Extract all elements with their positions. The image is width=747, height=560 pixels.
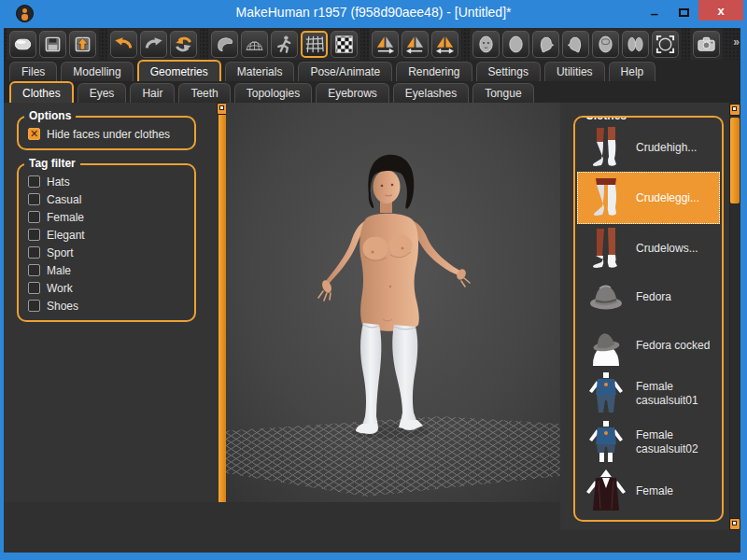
background-checker-button[interactable] xyxy=(331,31,358,58)
checkbox-shoes[interactable] xyxy=(28,300,40,312)
main-tab-bar: FilesModellingGeometriesMaterialsPose/An… xyxy=(4,60,740,81)
symmetry-left-button[interactable] xyxy=(402,31,429,58)
wireframe-icon xyxy=(244,34,265,55)
clothes-item-fedora-cocked[interactable]: Fedora cocked xyxy=(577,321,720,370)
subtab-hair[interactable]: Hair xyxy=(130,83,175,103)
undo-icon xyxy=(113,34,134,55)
smooth-shading-button[interactable] xyxy=(211,31,238,58)
clothes-item-label: Female casualsuit01 xyxy=(632,380,717,408)
maximize-button[interactable] xyxy=(671,0,696,21)
checkbox-row-sport[interactable]: Sport xyxy=(28,244,189,261)
subtab-teeth[interactable]: Teeth xyxy=(178,83,230,103)
symmetry-right-button[interactable] xyxy=(372,31,399,58)
checkbox-row-elegant[interactable]: Elegant xyxy=(28,226,189,244)
tab-settings[interactable]: Settings xyxy=(476,62,541,81)
symmetry-both-button[interactable] xyxy=(431,31,458,58)
checkbox-elegant[interactable] xyxy=(28,229,40,241)
tab-modelling[interactable]: Modelling xyxy=(61,62,133,81)
checkbox-sport[interactable] xyxy=(28,246,40,259)
tab-geometries[interactable]: Geometries xyxy=(137,60,221,81)
checkbox-hats[interactable] xyxy=(28,175,40,188)
view-split-button[interactable] xyxy=(622,31,649,58)
checkbox-row-male[interactable]: Male xyxy=(28,261,189,279)
checkbox-row-female[interactable]: Female xyxy=(28,208,189,226)
title-bar[interactable]: MakeHuman r1957 (f958d90aee48) - [Untitl… xyxy=(0,0,747,28)
maximize-icon xyxy=(679,8,689,17)
smooth-shading-icon xyxy=(214,34,235,55)
tab-pose-animate[interactable]: Pose/Animate xyxy=(298,62,392,81)
pose-button[interactable] xyxy=(271,31,298,58)
clothes-item-crudehigh-[interactable]: Crudehigh... xyxy=(577,123,720,172)
tab-rendering[interactable]: Rendering xyxy=(396,62,472,81)
subtab-eyebrows[interactable]: Eyebrows xyxy=(316,83,389,103)
view-front-button[interactable] xyxy=(472,31,500,58)
clothes-item-female-casualsuit01[interactable]: Female casualsuit01 xyxy=(577,370,720,418)
grid-button[interactable] xyxy=(301,31,328,58)
subtab-eyelashes[interactable]: Eyelashes xyxy=(393,83,469,103)
window-body: » FilesModellingGeometriesMaterialsPose/… xyxy=(4,28,740,553)
clothes-item-crudeleggi-[interactable]: Crudeleggi... xyxy=(577,172,720,224)
checkbox-label-work: Work xyxy=(47,282,73,295)
view-fit-button[interactable] xyxy=(652,31,679,58)
options-groupbox: Options ✕Hide faces under clothes xyxy=(17,116,196,150)
scrollbar-bottom-button[interactable] xyxy=(729,518,740,530)
subtab-tongue[interactable]: Tongue xyxy=(472,83,533,103)
toolbar-overflow-chevron[interactable]: » xyxy=(733,35,738,49)
clothes-thumb-fedora-cocked-icon xyxy=(580,323,632,368)
clothes-item-label: Crudeleggi... xyxy=(632,191,699,205)
scrollbar-thumb[interactable] xyxy=(730,118,740,203)
clothes-thumb-low-socks-icon xyxy=(580,226,632,271)
checkbox-hide-faces-under-clothes[interactable]: ✕ xyxy=(28,128,40,140)
close-button[interactable]: x xyxy=(698,0,743,21)
checkbox-male[interactable] xyxy=(28,264,40,276)
camera-grab-button[interactable] xyxy=(693,31,720,58)
pose-icon xyxy=(274,34,295,55)
undo-button[interactable] xyxy=(110,31,137,58)
clothes-item-label: Crudehigh... xyxy=(632,141,697,155)
left-panel-splitter[interactable] xyxy=(218,115,226,502)
view-front-icon xyxy=(475,34,497,55)
toolbar-separator xyxy=(200,28,208,60)
clothes-item-female-casualsuit02[interactable]: Female casualsuit02 xyxy=(577,418,720,467)
subtab-eyes[interactable]: Eyes xyxy=(78,83,127,103)
subtab-topologies[interactable]: Topologies xyxy=(234,83,312,103)
left-settings-panel: Options ✕Hide faces under clothes Tag fi… xyxy=(4,103,218,502)
clothes-item-fedora[interactable]: Fedora xyxy=(577,273,720,321)
checkbox-female[interactable] xyxy=(28,211,40,223)
new-button[interactable] xyxy=(9,31,36,58)
checkbox-row-casual[interactable]: Casual xyxy=(28,190,189,208)
minimize-button[interactable]: – xyxy=(642,0,667,21)
subtab-clothes[interactable]: Clothes xyxy=(9,81,74,103)
clothes-thumb-casualsuit02-icon xyxy=(580,420,632,465)
checkbox-casual[interactable] xyxy=(28,193,40,205)
reset-button[interactable] xyxy=(170,31,197,58)
redo-button[interactable] xyxy=(140,31,167,58)
tab-help[interactable]: Help xyxy=(609,62,656,81)
load-button[interactable] xyxy=(39,31,66,58)
view-top-button[interactable] xyxy=(592,31,619,58)
checkbox-row-hide-faces-under-clothes[interactable]: ✕Hide faces under clothes xyxy=(28,125,189,143)
checkbox-work[interactable] xyxy=(28,282,40,294)
clothes-thumb-leggings-icon xyxy=(580,175,632,220)
tab-utilities[interactable]: Utilities xyxy=(544,62,605,81)
view-back-button[interactable] xyxy=(502,31,529,58)
tab-files[interactable]: Files xyxy=(9,62,57,81)
clothes-thumb-fedora-icon xyxy=(580,274,632,319)
tag-filter-groupbox: Tag filter HatsCasualFemaleElegantSportM… xyxy=(17,163,196,322)
checkbox-row-hats[interactable]: Hats xyxy=(28,173,189,190)
wireframe-button[interactable] xyxy=(241,31,268,58)
view-side-left-icon xyxy=(565,34,586,55)
view-side-left-button[interactable] xyxy=(562,31,589,58)
content-area: Options ✕Hide faces under clothes Tag fi… xyxy=(4,103,740,553)
clothes-item-crudelows-[interactable]: Crudelows... xyxy=(577,224,720,273)
scrollbar-top-button[interactable] xyxy=(729,104,740,116)
save-button[interactable] xyxy=(69,31,96,58)
3d-viewport[interactable] xyxy=(226,103,560,502)
tab-materials[interactable]: Materials xyxy=(225,62,295,81)
clothes-item-female[interactable]: Female xyxy=(577,467,720,515)
clothes-item-label: Crudelows... xyxy=(632,242,698,256)
toolbar-group xyxy=(107,29,200,60)
view-side-right-button[interactable] xyxy=(532,31,559,58)
checkbox-row-shoes[interactable]: Shoes xyxy=(28,297,189,315)
checkbox-row-work[interactable]: Work xyxy=(28,279,189,297)
